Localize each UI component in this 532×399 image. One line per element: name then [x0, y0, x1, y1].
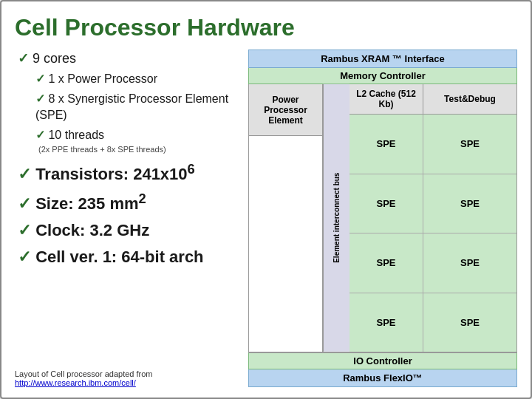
content-area: 9 cores 1 x Power Processor 8 x Synergis… [15, 50, 517, 387]
attribution-link[interactable]: http://www.research.ibm.com/cell/ [15, 378, 136, 387]
slide-title: Cell Processor Hardware [15, 15, 517, 41]
rambus-header: Rambus XRAM ™ Interface [248, 50, 517, 68]
table-row: SPE SPE [349, 233, 516, 293]
bullet-cellver: Cell ver. 1: 64-bit arch [15, 245, 236, 269]
spe-right-3: SPE [423, 233, 516, 292]
memory-controller-bar: Memory Controller [248, 68, 517, 84]
bullet-clock: Clock: 3.2 GHz [15, 219, 236, 242]
test-debug-cell: Test&Debug [423, 84, 516, 114]
thread-note: (2x PPE threads + 8x SPE threads) [15, 145, 236, 154]
l2-row: L2 Cache (512 Kb) Test&Debug [349, 84, 516, 115]
ppe-empty [249, 136, 322, 352]
main-grid: Power Processor Element Element intercon… [248, 84, 517, 352]
ppe-label: Power Processor Element [249, 84, 322, 136]
spe-left-2: SPE [349, 174, 423, 233]
attribution-text: Layout of Cell processor adapted from [15, 369, 236, 378]
attribution: Layout of Cell processor adapted from ht… [15, 364, 236, 387]
spe-rows: SPE SPE SPE SPE SPE SPE SPE [349, 115, 516, 352]
interconnect-col: Element interconnect bus [323, 84, 349, 352]
sub-bullet-spe: 8 x Synergistic Processor Element (SPE) [15, 91, 236, 124]
table-row: SPE SPE [349, 293, 516, 352]
l2-cache-cell: L2 Cache (512 Kb) [349, 84, 423, 114]
slide: Cell Processor Hardware 9 cores 1 x Powe… [0, 0, 532, 399]
spe-left-1: SPE [349, 115, 423, 173]
sub-bullet-threads: 10 threads [15, 127, 236, 143]
rambus-flexio-bar: Rambus FlexIO™ [248, 369, 517, 387]
table-row: SPE SPE [349, 174, 516, 233]
right-column: Rambus XRAM ™ Interface Memory Controlle… [248, 50, 517, 387]
io-controller-bar: IO Controller [248, 352, 517, 369]
table-row: SPE SPE [349, 115, 516, 174]
spe-right-4: SPE [423, 293, 516, 352]
left-column: 9 cores 1 x Power Processor 8 x Synergis… [15, 50, 236, 387]
spe-right-2: SPE [423, 174, 516, 233]
sub-bullet-ppe: 1 x Power Processor [15, 71, 236, 87]
spe-left-3: SPE [349, 233, 423, 292]
bullet-size: Size: 235 mm2 [15, 189, 236, 216]
bullet-transistors: Transistors: 241x106 [15, 160, 236, 186]
bullet-cores: 9 cores [15, 50, 236, 68]
spe-section: L2 Cache (512 Kb) Test&Debug SPE SPE SPE… [349, 84, 516, 352]
spe-left-4: SPE [349, 293, 423, 352]
spe-right-1: SPE [423, 115, 516, 173]
ppe-column: Power Processor Element [249, 84, 323, 352]
